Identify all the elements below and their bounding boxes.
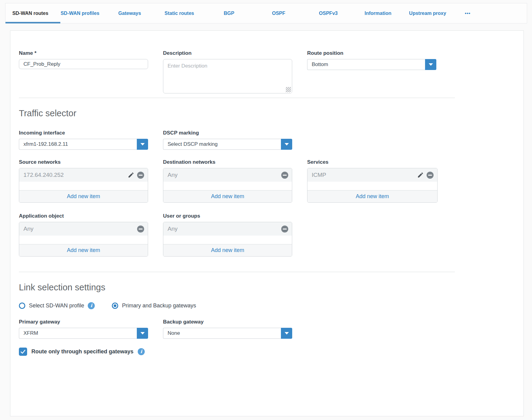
ellipsis-icon: •••: [465, 11, 471, 16]
chevron-down-icon[interactable]: [137, 328, 148, 339]
general-section: Name * Description Route position Bottom: [10, 31, 523, 95]
list-item: 172.64.240.252: [19, 168, 148, 182]
tab-sdwan-profiles[interactable]: SD-WAN profiles: [55, 3, 105, 23]
tab-label: Information: [365, 11, 392, 16]
add-new-item-button[interactable]: Add new item: [19, 190, 148, 202]
route-position-dropdown[interactable]: Bottom: [307, 59, 436, 70]
section-divider: [19, 272, 455, 272]
radio-primary-backup-gateways[interactable]: Primary and Backup gateways: [112, 303, 196, 309]
list-item-value: Any: [168, 172, 281, 178]
remove-icon[interactable]: [281, 226, 288, 233]
primary-gateway-label: Primary gateway: [19, 319, 148, 325]
backup-gateway-dropdown[interactable]: None: [163, 328, 292, 339]
user-or-groups-label: User or groups: [163, 213, 292, 219]
description-textarea[interactable]: [163, 59, 292, 93]
listbox-spacer: [19, 182, 148, 190]
route-only-checkbox[interactable]: [19, 348, 27, 356]
tab-static-routes[interactable]: Static routes: [154, 3, 204, 23]
radio-icon[interactable]: [19, 303, 25, 309]
remove-icon[interactable]: [137, 172, 144, 179]
route-position-field-group: Route position Bottom: [307, 50, 438, 70]
add-new-item-label: Add new item: [211, 247, 244, 254]
tab-more-menu[interactable]: •••: [452, 3, 483, 23]
app-user-row: Application object Any Add new item User…: [10, 213, 523, 257]
backup-gateway-field-group: Backup gateway None: [163, 319, 292, 339]
services-field-group: Services ICMP Add new item: [307, 159, 438, 203]
radio-label: Select SD-WAN profile: [29, 303, 84, 309]
incoming-interface-dropdown[interactable]: xfrm1-192.168.2.11: [19, 139, 148, 150]
name-input[interactable]: [19, 59, 148, 69]
link-mode-radio-row: Select SD-WAN profile i Primary and Back…: [19, 302, 523, 309]
list-item: ICMP: [307, 168, 437, 182]
add-new-item-button[interactable]: Add new item: [19, 244, 148, 256]
info-icon[interactable]: i: [88, 302, 95, 309]
add-new-item-label: Add new item: [67, 193, 100, 200]
remove-icon[interactable]: [137, 226, 144, 233]
backup-gateway-label: Backup gateway: [163, 319, 292, 325]
user-or-groups-listbox: Any Add new item: [163, 222, 292, 257]
list-item: Any: [163, 168, 292, 182]
tab-label: BGP: [224, 11, 234, 16]
resize-handle-icon[interactable]: [286, 87, 291, 92]
listbox-spacer: [19, 236, 148, 244]
tab-information[interactable]: Information: [353, 3, 403, 23]
destination-networks-label: Destination networks: [163, 159, 292, 165]
route-only-label: Route only through specified gateways: [31, 348, 133, 355]
list-item-value: Any: [168, 226, 281, 232]
description-label: Description: [163, 50, 292, 56]
remove-icon[interactable]: [427, 172, 434, 179]
dscp-field-group: DSCP marking Select DSCP marking: [163, 130, 292, 150]
dscp-marking-label: DSCP marking: [163, 130, 292, 136]
traffic-selector-heading: Traffic selector: [19, 108, 523, 119]
name-field-group: Name *: [19, 50, 148, 69]
interface-row: Incoming interface xfrm1-192.168.2.11 DS…: [10, 130, 523, 150]
tab-ospfv3[interactable]: OSPFv3: [303, 3, 353, 23]
tab-label: SD-WAN profiles: [61, 11, 99, 16]
section-divider: [19, 98, 455, 98]
application-object-label: Application object: [19, 213, 148, 219]
name-label: Name *: [19, 50, 148, 56]
radio-select-sdwan-profile[interactable]: Select SD-WAN profile i: [19, 302, 95, 309]
source-networks-field-group: Source networks 172.64.240.252 Add new i…: [19, 159, 148, 203]
application-object-listbox: Any Add new item: [19, 222, 148, 257]
tab-label: OSPF: [272, 11, 286, 16]
networks-row: Source networks 172.64.240.252 Add new i…: [10, 159, 523, 203]
gateway-row: Primary gateway XFRM Backup gateway None: [10, 319, 523, 339]
primary-gateway-field-group: Primary gateway XFRM: [19, 319, 148, 339]
chevron-down-icon[interactable]: [137, 139, 148, 150]
source-networks-listbox: 172.64.240.252 Add new item: [19, 168, 148, 203]
edit-icon[interactable]: [128, 172, 134, 178]
dscp-marking-dropdown[interactable]: Select DSCP marking: [163, 139, 292, 150]
route-position-label: Route position: [307, 50, 438, 56]
chevron-down-icon[interactable]: [281, 328, 292, 339]
info-icon[interactable]: i: [138, 348, 145, 355]
incoming-interface-label: Incoming interface: [19, 130, 148, 136]
primary-gateway-dropdown[interactable]: XFRM: [19, 328, 148, 339]
tab-gateways[interactable]: Gateways: [105, 3, 154, 23]
description-field-group: Description: [163, 50, 292, 95]
edit-icon[interactable]: [417, 172, 424, 178]
tab-sdwan-routes[interactable]: SD-WAN routes: [5, 3, 55, 23]
tab-label: Upstream proxy: [409, 11, 446, 16]
destination-networks-listbox: Any Add new item: [163, 168, 292, 203]
list-item: Any: [19, 222, 148, 236]
tab-upstream-proxy[interactable]: Upstream proxy: [403, 3, 452, 23]
add-new-item-button[interactable]: Add new item: [163, 190, 292, 202]
remove-icon[interactable]: [281, 172, 288, 179]
application-object-field-group: Application object Any Add new item: [19, 213, 148, 257]
radio-checked-icon[interactable]: [112, 303, 118, 309]
chevron-down-icon[interactable]: [281, 139, 292, 150]
list-item: Any: [163, 222, 292, 236]
add-new-item-button[interactable]: Add new item: [163, 244, 292, 256]
tab-ospf[interactable]: OSPF: [254, 3, 303, 23]
tab-bgp[interactable]: BGP: [204, 3, 254, 23]
listbox-spacer: [163, 236, 292, 244]
add-new-item-button[interactable]: Add new item: [307, 190, 437, 202]
tab-label: Gateways: [118, 11, 141, 16]
route-only-checkbox-row: Route only through specified gateways i: [19, 348, 523, 356]
checkmark-icon: [20, 349, 26, 355]
list-item-value: 172.64.240.252: [23, 172, 128, 178]
chevron-down-icon[interactable]: [425, 59, 436, 70]
dscp-marking-value: Select DSCP marking: [163, 139, 281, 150]
tab-label: SD-WAN routes: [12, 11, 48, 16]
